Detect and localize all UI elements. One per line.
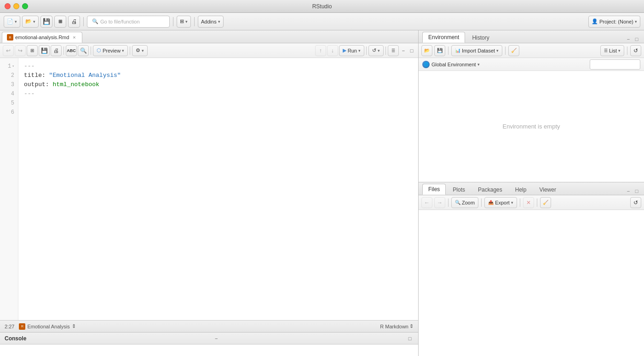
source-icon: ⊞	[30, 48, 34, 53]
knit-icon: ⬡	[97, 47, 101, 53]
environment-panel: Environment History − □ 📂 💾	[419, 30, 644, 182]
rerun-chevron: ▾	[378, 48, 380, 53]
go-to-file-input[interactable]: 🔍 Go to file/function	[87, 16, 170, 28]
tab-viewer-label: Viewer	[539, 187, 556, 193]
files-panel-minimize[interactable]: −	[625, 187, 632, 195]
plots-forward-btn[interactable]: →	[434, 197, 445, 208]
tab-environment-label: Environment	[428, 34, 459, 41]
preview-button[interactable]: ⬡ Preview ▾	[93, 45, 128, 56]
env-panel-maximize[interactable]: □	[633, 35, 640, 43]
files-panel-controls: − □	[625, 187, 640, 195]
global-environment-selector[interactable]: Global Environment ▾	[431, 62, 480, 67]
line-num-label: 1	[8, 62, 11, 71]
files-sep-1	[448, 198, 448, 207]
tab-environment[interactable]: Environment	[422, 32, 465, 43]
fullscreen-button[interactable]	[22, 3, 28, 9]
undo-button[interactable]: ↩	[3, 45, 14, 56]
code-content[interactable]: --- title: "Emotional Analysis" output: …	[18, 58, 418, 320]
broom-plots-btn[interactable]: 🧹	[540, 197, 551, 208]
print-editor-button[interactable]: 🖨	[51, 45, 62, 56]
title-value: "Emotional Analysis"	[49, 72, 121, 79]
code-line-5	[24, 99, 413, 108]
tab-viewer[interactable]: Viewer	[533, 184, 562, 195]
source-button[interactable]: ⊞	[27, 45, 38, 56]
env-search-input[interactable]	[590, 59, 640, 70]
env-refresh-btn[interactable]: ↺	[630, 45, 641, 56]
global-env-label: Global Environment	[431, 62, 476, 67]
tab-packages-label: Packages	[478, 187, 502, 193]
line-num-4: 4	[0, 89, 18, 99]
project-label: Project: (None)	[599, 19, 633, 24]
files-panel-maximize[interactable]: □	[633, 187, 640, 195]
console-maximize-btn[interactable]: □	[406, 335, 414, 342]
export-btn[interactable]: 📤 Export ▾	[484, 197, 517, 208]
code-tools-button[interactable]: ⊞ ▾	[177, 16, 191, 28]
redo-button[interactable]: ↪	[15, 45, 26, 56]
open-file-button[interactable]: 📂 ▾	[22, 16, 39, 28]
addins-chevron: ▾	[218, 19, 220, 24]
project-selector[interactable]: 👤 Project: (None) ▾	[588, 16, 640, 28]
export-chevron: ▾	[511, 200, 513, 205]
toolbar-sep-1	[83, 17, 84, 26]
tab-help[interactable]: Help	[509, 184, 533, 195]
env-clear-btn[interactable]: 🧹	[508, 45, 519, 56]
spellcheck-icon: ABC	[67, 48, 76, 53]
env-sep-3	[627, 47, 627, 55]
tab-packages[interactable]: Packages	[472, 184, 508, 195]
editor-tab-rmd[interactable]: R emotional-analysis.Rmd ×	[2, 32, 82, 43]
tab-help-label: Help	[515, 187, 527, 193]
zoom-btn[interactable]: 🔍 Zoom	[451, 197, 478, 208]
save-button[interactable]: 💾	[40, 16, 52, 28]
editor-minimize-btn[interactable]: −	[400, 47, 407, 54]
files-refresh-btn[interactable]: ↺	[630, 197, 641, 208]
forward-arrow-icon: →	[437, 199, 443, 206]
app-body: R emotional-analysis.Rmd × ↩ ↪ ⊞ 💾 🖨	[0, 30, 644, 356]
editor-toolbar: ↩ ↪ ⊞ 💾 🖨 ABC 🔍 ⬡ Pre	[0, 43, 418, 58]
list-view-btn[interactable]: ☰ List ▾	[600, 45, 624, 56]
env-sep-1	[448, 47, 448, 55]
save-all-button[interactable]: ⊞	[54, 16, 66, 28]
output-key: output:	[24, 81, 52, 88]
run-button[interactable]: ▶ Run ▾	[339, 45, 364, 56]
line-num-1: 1 ▾	[0, 62, 18, 71]
import-dataset-btn[interactable]: 📊 Import Dataset ▾	[451, 45, 502, 56]
code-editor[interactable]: 1 ▾ 2 3 4 5 6 --- title: "Emotional Anal…	[0, 58, 418, 320]
tab-history[interactable]: History	[466, 32, 495, 43]
editor-status-bar: 2:27 R Emotional Analysis ⇕ R Markdown ⇕	[0, 320, 418, 332]
close-button[interactable]	[5, 3, 11, 9]
refresh-icon: ↺	[633, 47, 638, 54]
delete-plot-btn[interactable]: ✕	[523, 197, 534, 208]
tab-files[interactable]: Files	[422, 184, 446, 195]
env-load-btn[interactable]: 📂	[421, 45, 432, 56]
console-minimize-btn[interactable]: −	[213, 335, 220, 342]
re-run-button[interactable]: ↺ ▾	[368, 45, 384, 56]
line-num-5: 5	[0, 99, 18, 108]
save-editor-icon: 💾	[41, 47, 48, 54]
globe-icon: 🌐	[422, 61, 430, 68]
line-num-6: 6	[0, 108, 18, 117]
tab-close-button[interactable]: ×	[71, 34, 77, 41]
save-editor-button[interactable]: 💾	[39, 45, 50, 56]
find-button[interactable]: 🔍	[78, 45, 89, 56]
title-bar: RStudio	[0, 0, 644, 13]
minimize-button[interactable]	[13, 3, 19, 9]
env-panel-controls: − □	[625, 35, 640, 43]
addins-button[interactable]: Addins ▾	[198, 16, 224, 28]
print-button[interactable]: 🖨	[68, 16, 80, 28]
env-panel-minimize[interactable]: −	[625, 35, 632, 43]
toggle-outline-button[interactable]: ☰	[388, 45, 399, 56]
editor-maximize-btn[interactable]: □	[408, 47, 415, 54]
zoom-icon: 🔍	[455, 200, 460, 205]
traffic-lights	[5, 3, 28, 9]
env-save-btn[interactable]: 💾	[434, 45, 445, 56]
compile-up-button[interactable]: ↑	[315, 45, 326, 56]
compile-down-button[interactable]: ↓	[327, 45, 338, 56]
spellcheck-button[interactable]: ABC	[66, 45, 77, 56]
run-icon: ▶	[343, 47, 346, 53]
new-file-button[interactable]: 📄 ▾	[4, 16, 20, 28]
gear-button[interactable]: ⚙ ▾	[132, 45, 148, 56]
window-title: RStudio	[312, 3, 332, 10]
tab-plots[interactable]: Plots	[447, 184, 471, 195]
plots-back-btn[interactable]: ←	[421, 197, 432, 208]
save-icon: 💾	[43, 18, 50, 25]
